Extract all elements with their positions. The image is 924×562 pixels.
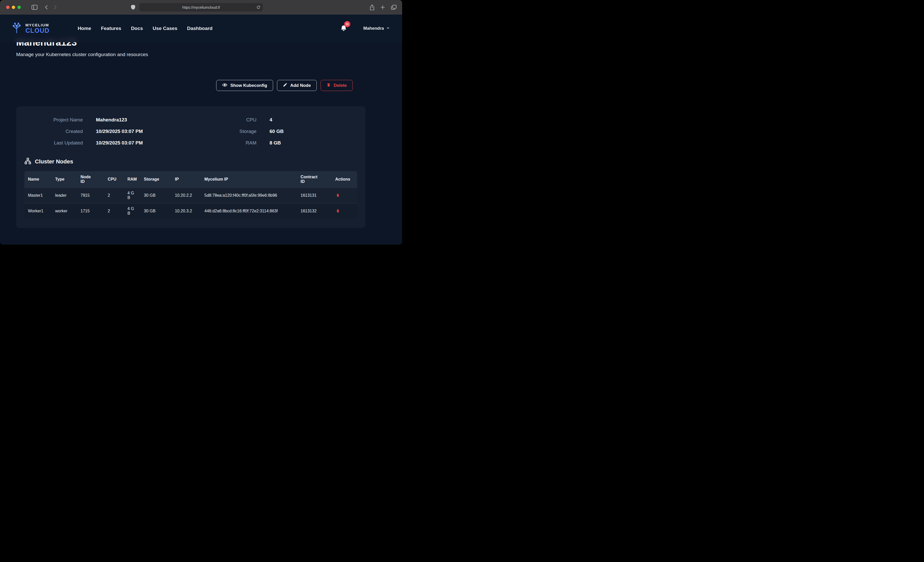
share-icon[interactable] xyxy=(370,4,374,10)
show-kubeconfig-label: Show Kubeconfig xyxy=(230,83,267,88)
page-subtitle: Manage your Kubernetes cluster configura… xyxy=(16,52,366,57)
nav-item-docs[interactable]: Docs xyxy=(131,25,143,31)
close-window-button[interactable] xyxy=(6,6,9,9)
pencil-icon xyxy=(283,82,288,88)
cell-contract-id: 1613132 xyxy=(297,203,332,219)
site-navbar: MYCELIUM CLOUD Home Features Docs Use Ca… xyxy=(0,15,402,42)
summary-right-column: CPU 4 Storage 60 GB RAM 8 GB xyxy=(191,117,357,146)
main-content: Mahendra123 Manage your Kubernetes clust… xyxy=(0,15,402,245)
col-name: Name xyxy=(24,171,51,188)
nodes-table: Name Type Node ID CPU RAM Storage IP Myc… xyxy=(24,171,357,219)
field-label: Created xyxy=(24,129,83,134)
zoom-window-button[interactable] xyxy=(18,6,21,9)
cell-ip: 10.20.3.2 xyxy=(171,203,201,219)
field-value: Mahendra123 xyxy=(96,117,191,123)
cell-type: leader xyxy=(51,188,77,203)
table-row: Master1 leader 7915 2 4 GB 30 GB 10.20.2… xyxy=(24,188,357,203)
cell-cpu: 2 xyxy=(104,188,124,203)
bell-icon xyxy=(340,28,347,32)
field-value: 8 GB xyxy=(270,140,357,146)
col-ram: RAM xyxy=(124,171,140,188)
field-value: 60 GB xyxy=(270,129,357,134)
tab-overview-icon[interactable] xyxy=(391,5,396,10)
summary-left-column: Project Name Mahendra123 Created 10/29/2… xyxy=(24,117,191,146)
cell-node-id: 7915 xyxy=(77,188,104,203)
user-name: Mahendra xyxy=(363,26,384,31)
col-actions: Actions xyxy=(332,171,357,188)
field-value: 10/29/2025 03:07 PM xyxy=(96,129,191,134)
show-kubeconfig-button[interactable]: Show Kubeconfig xyxy=(216,80,273,91)
address-bar[interactable]: https://myceliumcloud.tf xyxy=(139,3,263,12)
col-cpu: CPU xyxy=(104,171,124,188)
eye-icon xyxy=(222,82,228,89)
new-tab-icon[interactable] xyxy=(381,5,385,9)
forward-icon[interactable] xyxy=(54,5,57,10)
browser-window: https://myceliumcloud.tf Mahendra123 Man… xyxy=(0,0,402,245)
brand-bottom: CLOUD xyxy=(26,27,50,34)
section-title: Cluster Nodes xyxy=(35,158,73,165)
navbar-right: 11 Mahendra xyxy=(340,25,392,32)
cell-ram: 4 GB xyxy=(124,188,140,203)
sidebar-toggle-icon[interactable] xyxy=(32,5,38,10)
field-label: Storage xyxy=(191,129,256,134)
nav-item-home[interactable]: Home xyxy=(78,25,91,31)
table-row: Worker1 worker 1715 2 4 GB 30 GB 10.20.3… xyxy=(24,203,357,219)
brand-logo[interactable]: MYCELIUM CLOUD xyxy=(11,22,50,35)
cell-storage: 30 GB xyxy=(140,188,171,203)
cluster-nodes-header: Cluster Nodes xyxy=(24,157,357,166)
user-menu[interactable]: Mahendra xyxy=(362,25,392,31)
col-storage: Storage xyxy=(140,171,171,188)
cell-ram: 4 GB xyxy=(124,203,140,219)
cluster-details-card: Project Name Mahendra123 Created 10/29/2… xyxy=(16,106,366,228)
delete-cluster-button[interactable]: Delete xyxy=(321,80,352,91)
cell-storage: 30 GB xyxy=(140,203,171,219)
minimize-window-button[interactable] xyxy=(12,6,15,9)
col-node-id: Node ID xyxy=(77,171,104,188)
reload-icon[interactable] xyxy=(256,5,260,10)
cell-mycelium-ip: 446:d2a6:8bcd:8c16:ff0f:72e2:3114:863f xyxy=(201,203,297,219)
nav-item-use-cases[interactable]: Use Cases xyxy=(153,25,177,31)
brand-text: MYCELIUM CLOUD xyxy=(26,23,50,34)
cell-name: Master1 xyxy=(24,188,51,203)
cell-type: worker xyxy=(51,203,77,219)
field-label: CPU xyxy=(191,117,256,123)
page-viewport: Mahendra123 Manage your Kubernetes clust… xyxy=(0,15,402,245)
sitemap-icon xyxy=(24,157,31,166)
nav-item-dashboard[interactable]: Dashboard xyxy=(187,25,212,31)
delete-node-button[interactable] xyxy=(335,192,340,199)
add-node-button[interactable]: Add Node xyxy=(277,80,317,91)
delete-node-button[interactable] xyxy=(335,208,340,214)
browser-chrome: https://myceliumcloud.tf xyxy=(0,0,402,15)
field-value: 4 xyxy=(270,117,357,123)
cluster-summary: Project Name Mahendra123 Created 10/29/2… xyxy=(24,117,357,146)
field-label: RAM xyxy=(191,140,256,146)
chevron-down-icon xyxy=(386,26,390,31)
col-type: Type xyxy=(51,171,77,188)
delete-label: Delete xyxy=(334,83,347,88)
cluster-actions: Show Kubeconfig Add Node Delete xyxy=(16,80,352,91)
notifications-button[interactable]: 11 xyxy=(340,25,347,32)
cell-actions xyxy=(332,203,357,219)
chrome-right-controls xyxy=(370,0,396,15)
cell-mycelium-ip: 5d8:78ea:a120:f40c:ff0f:a5fe:99e6:8b96 xyxy=(201,188,297,203)
trash-icon xyxy=(327,82,331,88)
url-text: https://myceliumcloud.tf xyxy=(182,5,220,9)
mycelium-logo-icon xyxy=(11,22,22,35)
field-value: 10/29/2025 03:07 PM xyxy=(96,140,191,146)
col-contract-id: Contract ID xyxy=(297,171,332,188)
table-header-row: Name Type Node ID CPU RAM Storage IP Myc… xyxy=(24,171,357,188)
add-node-label: Add Node xyxy=(290,83,311,88)
notification-badge: 11 xyxy=(344,21,350,27)
cell-cpu: 2 xyxy=(104,203,124,219)
cell-name: Worker1 xyxy=(24,203,51,219)
cell-ip: 10.20.2.2 xyxy=(171,188,201,203)
field-label: Project Name xyxy=(24,117,83,123)
field-label: Last Updated xyxy=(24,140,83,146)
nav-links: Home Features Docs Use Cases Dashboard xyxy=(78,25,213,31)
nav-item-features[interactable]: Features xyxy=(101,25,121,31)
col-ip: IP xyxy=(171,171,201,188)
back-icon[interactable] xyxy=(45,5,48,10)
col-mycelium-ip: Mycelium IP xyxy=(201,171,297,188)
cell-actions xyxy=(332,188,357,203)
traffic-lights xyxy=(6,6,21,9)
